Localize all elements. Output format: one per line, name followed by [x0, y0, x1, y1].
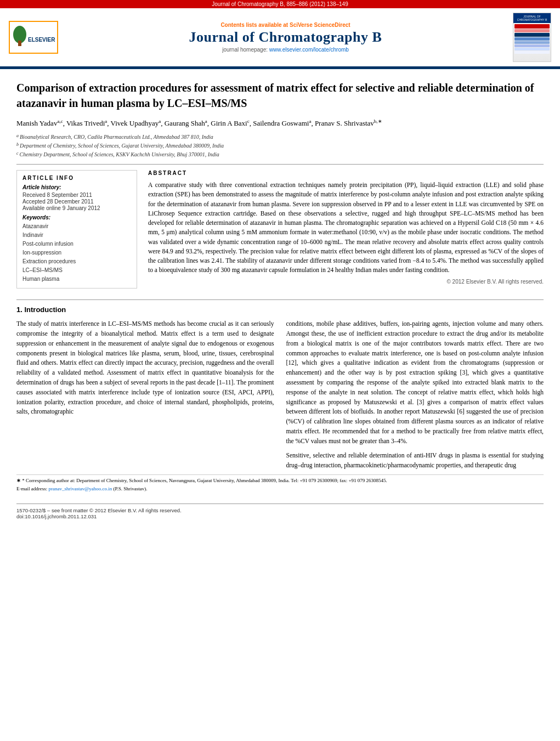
affil-b: b Department of Chemistry, School of Sci…	[16, 142, 544, 150]
page-footer: 1570-0232/$ – see front matter © 2012 El…	[16, 504, 544, 519]
info-abstract-columns: ARTICLE INFO Article history: Received 8…	[16, 170, 544, 289]
article-title: Comparison of extraction procedures for …	[16, 80, 544, 111]
banner-text: Journal of Chromatography B, 885–886 (20…	[212, 1, 348, 7]
keyword-3: Ion-suppression	[22, 248, 131, 257]
keyword-5: LC–ESI–MS/MS	[22, 266, 131, 275]
intro-left-col: The study of matrix interference in LC–E…	[16, 319, 274, 470]
journal-header: ELSEVIER Contents lists available at Sci…	[0, 8, 560, 67]
journal-banner: Journal of Chromatography B, 885–886 (20…	[0, 0, 560, 8]
svg-rect-3	[18, 41, 21, 46]
article-info-title: ARTICLE INFO	[22, 175, 131, 181]
authors-line: Manish Yadava,c, Vikas Trivedia, Vivek U…	[16, 117, 544, 129]
article-info-col: ARTICLE INFO Article history: Received 8…	[16, 170, 137, 289]
keyword-4: Extraction procedures	[22, 257, 131, 266]
available-date: Available online 9 January 2012	[22, 205, 131, 211]
journal-header-center: Contents lists available at SciVerse Sci…	[64, 22, 507, 53]
issn-line: 1570-0232/$ – see front matter © 2012 El…	[16, 507, 544, 513]
accepted-date: Accepted 28 December 2011	[22, 199, 131, 205]
email-line: E-mail address: pranav_shrivastav@yahoo.…	[16, 485, 544, 493]
journal-homepage: journal homepage: www.elsevier.com/locat…	[64, 47, 507, 53]
cover-top-text: JOURNAL OFCHROMATOGRAPHY B	[517, 15, 547, 21]
email-link[interactable]: pranav_shrivastav@yahoo.co.in	[48, 486, 112, 491]
introduction-section: 1. Introduction The study of matrix inte…	[16, 299, 544, 470]
affil-a: a Bioanalytical Research, CRO, Cadila Ph…	[16, 133, 544, 141]
copyright: © 2012 Elsevier B.V. All rights reserved…	[148, 279, 544, 285]
keywords-list: Atazanavir Indinavir Post-column infusio…	[22, 222, 131, 284]
abstract-col: ABSTRACT A comparative study with three …	[148, 170, 544, 289]
keyword-2: Post-column infusion	[22, 240, 131, 248]
sciverse-line: Contents lists available at SciVerse Sci…	[64, 22, 507, 28]
divider	[16, 164, 544, 165]
keywords-label: Keywords:	[22, 214, 131, 220]
journal-title: Journal of Chromatography B	[64, 29, 507, 46]
intro-right-col: conditions, mobile phase additives, buff…	[286, 319, 544, 470]
sciverse-brand: SciVerse ScienceDirect	[290, 22, 350, 28]
svg-text:ELSEVIER: ELSEVIER	[28, 37, 55, 43]
footnote-section: ∗ * Corresponding author at: Department …	[16, 474, 544, 492]
abstract-text: A comparative study with three conventio…	[148, 180, 544, 275]
intro-body-columns: The study of matrix interference in LC–E…	[16, 319, 544, 470]
received-date: Received 8 September 2011	[22, 192, 131, 198]
article-info-box: ARTICLE INFO Article history: Received 8…	[16, 170, 137, 289]
intro-heading: 1. Introduction	[16, 306, 544, 314]
affiliations: a Bioanalytical Research, CRO, Cadila Ph…	[16, 133, 544, 159]
journal-cover-image: JOURNAL OFCHROMATOGRAPHY B	[513, 13, 551, 62]
elsevier-logo: ELSEVIER	[9, 21, 58, 54]
doi-line: doi:10.1016/j.jchromb.2011.12.031	[16, 513, 544, 519]
cover-top: JOURNAL OFCHROMATOGRAPHY B	[513, 13, 551, 23]
keyword-6: Human plasma	[22, 275, 131, 284]
intro-para2: conditions, mobile phase additives, buff…	[286, 319, 544, 446]
intro-para1: The study of matrix interference in LC–E…	[16, 319, 274, 417]
keyword-1: Indinavir	[22, 231, 131, 240]
main-content: Comparison of extraction procedures for …	[0, 67, 560, 525]
abstract-title: ABSTRACT	[148, 170, 544, 176]
intro-para3: Sensitive, selective and reliable determ…	[286, 451, 544, 471]
corresponding-author-note: ∗ * Corresponding author at: Department …	[16, 477, 544, 484]
keyword-0: Atazanavir	[22, 222, 131, 231]
history-label: Article history:	[22, 184, 131, 190]
cover-stripes	[513, 23, 551, 61]
affil-c: c Chemistry Department, School of Scienc…	[16, 150, 544, 159]
homepage-link[interactable]: www.elsevier.com/locate/chromb	[269, 47, 349, 53]
